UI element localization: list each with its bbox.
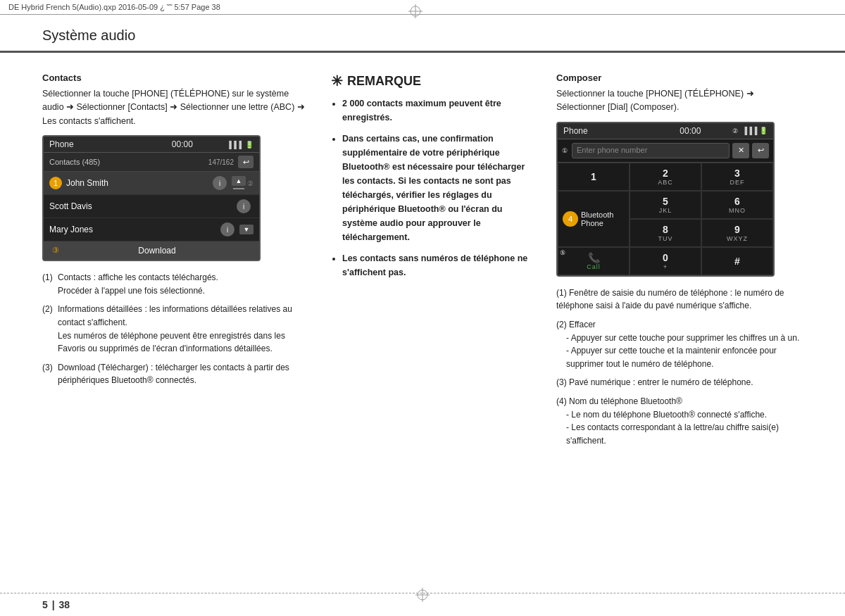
left-column: Contacts Sélectionner la touche [PHONE] … [42,73,310,453]
remarque-item-1: 2 000 contacts maximum peuvent être enre… [342,96,535,125]
numpad-0[interactable]: 0 + [630,247,701,275]
page-title: Système audio [42,27,803,44]
composer-heading: Composer [556,73,803,83]
contacts-label: Contacts (485) [49,158,208,166]
circle-2-overlay: ② [732,127,738,134]
numpad-3[interactable]: 3 DEF [701,163,773,191]
contacts-heading: Contacts [42,73,310,83]
page-title-area: Système audio [0,15,845,53]
right-list-item-1: (1) Fenêtre de saisie du numéro de télép… [556,287,803,313]
remarque-item-2: Dans certains cas, une confirmation supp… [342,132,535,244]
phone-input-row: ① Enter phone number ✕ ↩ [558,139,773,163]
numpad-5[interactable]: 5 JKL [630,191,701,219]
numpad-2[interactable]: 2 ABC [630,163,701,191]
right-numbered-list: (1) Fenêtre de saisie du numéro de télép… [556,287,803,448]
contacts-intro: Sélectionner la touche [PHONE] (TÉLÉPHON… [42,87,310,128]
battery-icon: 🔋 [245,141,254,149]
circle-1-badge: ① [562,147,568,154]
left-list-item-2: (2) Informations détaillées : les inform… [42,303,310,355]
numpad-8[interactable]: 8 TUV [630,219,701,247]
bluetooth-num-badge: 4 [563,211,578,227]
phone-label-right: Phone [563,126,648,136]
top-bar-text: DE Hybrid French 5(Audio).qxp 2016-05-09… [8,3,220,11]
left-list-item-3: (3) Download (Télécharger) : télécharger… [42,361,310,387]
phone-label-left: Phone [49,139,138,149]
reg-mark-bottom [415,588,430,602]
contact-info-btn-mary[interactable]: i [220,222,234,237]
input-placeholder: Enter phone number [577,146,647,154]
contact-num-1: 1 [49,177,62,189]
contact-name-john-smith: John Smith [66,178,213,188]
remarque-item-3: Les contacts sans numéros de téléphone n… [342,251,535,279]
numpad-9[interactable]: 9 WXYZ [701,219,773,247]
numpad-6[interactable]: 6 MNO [701,191,773,219]
remarque-title: REMARQUE [347,74,421,89]
numpad-star[interactable]: ⑤ 📞 Call [558,247,630,275]
back-button-right[interactable]: ↩ [752,143,769,158]
bluetooth-phone-cell: 4 Bluetooth Phone [558,191,630,247]
right-list-item-4: (4) Nom du téléphone Bluetooth® - Le nom… [556,395,803,447]
circle-5-badge: ⑤ [560,249,565,256]
circle-overlay-2: ② [247,180,254,187]
phone-icons-right: ② ▐▐▐ 🔋 [732,127,768,134]
download-label: Download [138,246,175,256]
remarque-heading: ✳ REMARQUE [331,73,535,89]
contact-item-scott-davis[interactable]: Scott Davis i [44,195,259,218]
contact-info-btn-scott[interactable]: i [237,199,251,213]
remarque-list: 2 000 contacts maximum peuvent être enre… [331,96,535,279]
phone-number-input[interactable]: Enter phone number [572,143,730,158]
numpad-1[interactable]: 1 [558,163,630,191]
phone-ui-right: Phone 00:00 ② ▐▐▐ 🔋 ① Enter phone number… [556,122,775,277]
clear-button[interactable]: ✕ [732,143,749,158]
phone-icons-left: ▐▐▐ 🔋 [227,141,254,149]
phone-ui-left: Phone 00:00 ▐▐▐ 🔋 Contacts (485) 147/162… [42,135,261,261]
top-bar: DE Hybrid French 5(Audio).qxp 2016-05-09… [0,0,845,15]
scroll-down-btn[interactable]: ▼ [239,225,254,234]
contact-info-btn-1[interactable]: i [213,176,227,190]
contacts-count: 147/162 [208,158,234,166]
main-content: Contacts Sélectionner la touche [PHONE] … [0,73,845,453]
phone-time-right: 00:00 [648,126,732,136]
signal-icon: ▐▐▐ [227,141,242,149]
middle-column: ✳ REMARQUE 2 000 contacts maximum peuven… [331,73,535,453]
contact-name-scott-davis: Scott Davis [49,201,237,211]
page-number: 5 | 38 [42,599,70,610]
phone-contacts-row: Contacts (485) 147/162 ↩ [44,153,259,172]
composer-intro: Sélectionner la touche [PHONE] (TÉLÉPHON… [556,87,803,115]
phone-right-header: Phone 00:00 ② ▐▐▐ 🔋 [558,123,773,139]
phone-download-bar[interactable]: Download ③ [44,241,259,260]
bluetooth-phone-label: Bluetooth Phone [581,210,625,227]
contact-item-mary-jones[interactable]: Mary Jones i ▼ [44,218,259,241]
phone-time-left: 00:00 [138,139,227,149]
circle-overlay-3: ③ [52,246,59,255]
contact-name-mary-jones: Mary Jones [49,225,220,234]
right-column: Composer Sélectionner la touche [PHONE] … [556,73,803,453]
phone-header-left: Phone 00:00 ▐▐▐ 🔋 [44,137,259,153]
contact-item-john-smith[interactable]: 1 John Smith i ▲ ② [44,172,259,195]
scroll-up-btn[interactable]: ▲ [232,176,246,186]
right-list-item-3: (3) Pavé numérique : entrer le numéro de… [556,376,803,389]
numpad-hash[interactable]: # [701,247,773,275]
contacts-back-button[interactable]: ↩ [238,156,254,168]
right-list-item-2: (2) Effacer - Appuyer sur cette touche p… [556,318,803,370]
left-numbered-list: (1) Contacts : affiche les contacts télé… [42,271,310,387]
reg-mark-top [408,4,423,18]
remarque-star-icon: ✳ [331,73,343,89]
left-list-item-1: (1) Contacts : affiche les contacts télé… [42,271,310,297]
numpad-grid: 1 2 ABC 3 DEF 4 Bluetooth Phone [558,163,773,275]
